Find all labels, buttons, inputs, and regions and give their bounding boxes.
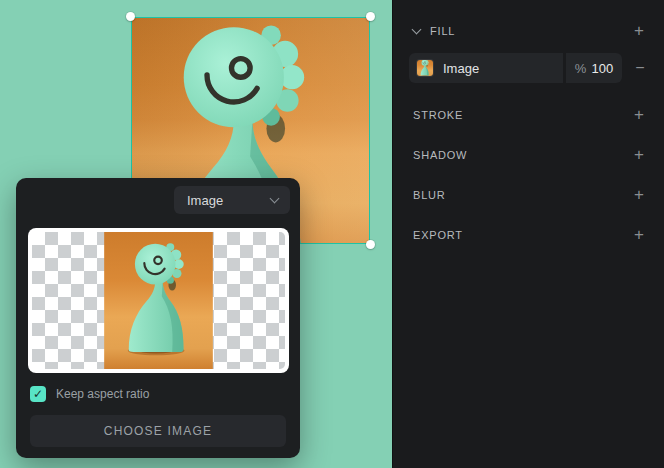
fill-item-selector[interactable]: Image (409, 53, 563, 83)
stroke-section-label: STROKE (413, 109, 463, 121)
fill-image-thumbnail (417, 60, 433, 76)
add-blur-button[interactable]: + (630, 186, 648, 204)
choose-image-button[interactable]: CHOOSE IMAGE (30, 415, 286, 447)
percent-symbol: % (575, 61, 587, 76)
properties-panel: FILL + Image % 100 − STROKE + SHADOW + B… (392, 0, 664, 468)
selection-handle-top-left[interactable] (126, 12, 135, 21)
selection-handle-bottom-right[interactable] (366, 240, 375, 249)
remove-fill-button[interactable]: − (631, 59, 649, 77)
fill-type-dropdown-value: Image (187, 193, 223, 208)
chevron-down-icon (412, 24, 422, 34)
stroke-section-header[interactable]: STROKE + (393, 106, 664, 124)
export-section-label: EXPORT (413, 229, 463, 241)
fill-opacity-value: 100 (591, 61, 613, 76)
fill-item-name: Image (443, 61, 479, 76)
add-fill-button[interactable]: + (630, 22, 648, 40)
fill-type-dropdown[interactable]: Image (174, 186, 290, 214)
selection-handle-top-right[interactable] (366, 12, 375, 21)
character-image-full[interactable] (104, 232, 213, 369)
image-fill-popup: Image ✓ Keep aspect ratio CHOOSE IMAGE (16, 178, 300, 458)
fill-section-header[interactable]: FILL + (393, 22, 664, 40)
image-preview-frame (28, 228, 289, 373)
fill-item-row: Image % 100 − (409, 53, 649, 83)
chevron-down-icon (270, 194, 280, 204)
transparency-checkerboard (32, 232, 285, 369)
blur-section-header[interactable]: BLUR + (393, 186, 664, 204)
keep-aspect-ratio-row: ✓ Keep aspect ratio (30, 386, 149, 402)
export-section-header[interactable]: EXPORT + (393, 226, 664, 244)
blur-section-label: BLUR (413, 189, 446, 201)
fill-section-label: FILL (430, 25, 455, 37)
keep-aspect-ratio-checkbox[interactable]: ✓ (30, 386, 46, 402)
add-shadow-button[interactable]: + (630, 146, 648, 164)
fill-opacity-field[interactable]: % 100 (566, 53, 622, 83)
add-export-button[interactable]: + (630, 226, 648, 244)
shadow-section-header[interactable]: SHADOW + (393, 146, 664, 164)
shadow-section-label: SHADOW (413, 149, 467, 161)
add-stroke-button[interactable]: + (630, 106, 648, 124)
keep-aspect-ratio-label: Keep aspect ratio (56, 387, 149, 401)
